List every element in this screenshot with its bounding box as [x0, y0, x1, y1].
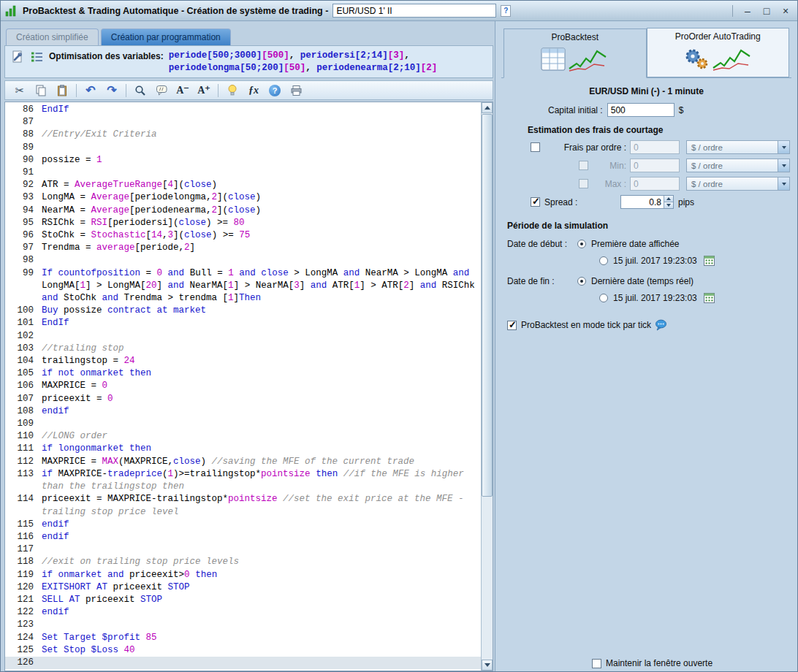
comment-icon[interactable]: [154, 83, 169, 98]
instrument-input[interactable]: [332, 4, 496, 18]
code-line[interactable]: 102: [5, 330, 481, 343]
code-line[interactable]: 100Buy possize contract at market: [5, 305, 481, 317]
code-line[interactable]: 125Set Stop $Loss 40: [5, 644, 481, 657]
increase-font-icon[interactable]: A⁺: [197, 83, 211, 98]
redo-icon[interactable]: ↷: [104, 83, 119, 98]
code-line[interactable]: 108endif: [5, 405, 481, 418]
copy-icon[interactable]: [34, 83, 48, 98]
code-line[interactable]: 90possize = 1: [5, 154, 481, 167]
code-line[interactable]: 112MAXPRICE = MAX(MAXPRICE,close) //savi…: [5, 456, 481, 468]
code-line[interactable]: 103//trailing stop: [5, 343, 481, 355]
dropdown-arrow-icon[interactable]: [778, 159, 789, 172]
wrench-icon[interactable]: [10, 50, 24, 63]
fees-min-checkbox[interactable]: [579, 161, 588, 170]
calendar-icon[interactable]: [704, 292, 715, 303]
fees-min-unit-dropdown[interactable]: $ / ordre: [686, 159, 790, 172]
end-last-date-radio[interactable]: [577, 277, 586, 286]
search-icon[interactable]: [133, 83, 148, 98]
fees-per-order-checkbox[interactable]: [531, 142, 540, 152]
tab-proorder[interactable]: ProOrder AutoTrading: [647, 28, 790, 77]
variables-list-icon[interactable]: [29, 50, 44, 63]
code-line[interactable]: 104trailingstop = 24: [5, 355, 481, 367]
fees-per-order-input[interactable]: [630, 140, 680, 154]
scrollbar-thumb[interactable]: [482, 114, 493, 497]
tab-creation-simplifiee[interactable]: Création simplifiée: [6, 28, 99, 45]
maximize-button[interactable]: □: [759, 4, 774, 18]
code-editor[interactable]: 86EndIf8788//Entry/Exit Criteria8990poss…: [5, 102, 481, 671]
cut-icon[interactable]: ✂: [12, 83, 27, 98]
code-line[interactable]: 86EndIf: [5, 104, 481, 116]
code-line[interactable]: 123: [5, 619, 481, 631]
minimize-button[interactable]: –: [740, 4, 755, 18]
calendar-icon[interactable]: [704, 255, 715, 266]
spread-checkbox[interactable]: [531, 197, 540, 207]
fees-per-order-unit-dropdown[interactable]: $ / ordre: [686, 140, 790, 154]
code-line[interactable]: 120EXITSHORT AT priceexit STOP: [5, 581, 481, 594]
code-line[interactable]: 95RSIChk = RSI[periodersi](close) >= 80: [5, 217, 481, 229]
code-line[interactable]: 124Set Target $profit 85: [5, 632, 481, 644]
code-line[interactable]: 98: [5, 254, 481, 267]
code-line[interactable]: 116endif: [5, 531, 481, 543]
code-line[interactable]: 97Trendma = average[periode,2]: [5, 242, 481, 254]
titlebar[interactable]: ProBacktest & Trading Automatique - Créa…: [1, 1, 797, 21]
start-custom-date-radio[interactable]: [599, 256, 608, 265]
code-line[interactable]: 96StoChk = Stochastic[14,3](close) >= 75: [5, 229, 481, 242]
code-line[interactable]: 119if onmarket and priceexit>0 then: [5, 569, 481, 581]
spread-increment-button[interactable]: [664, 196, 673, 202]
fees-min-input[interactable]: [630, 159, 680, 172]
code-line[interactable]: 87: [5, 116, 481, 129]
optimization-variables[interactable]: periode[500;3000][500], periodersi[2;14]…: [169, 50, 438, 75]
scrollbar-track[interactable]: [482, 113, 493, 660]
editor-scrollbar[interactable]: [481, 102, 493, 671]
help-icon[interactable]: ?: [501, 5, 511, 17]
spread-input[interactable]: [621, 196, 664, 208]
code-line[interactable]: 107priceexit = 0: [5, 393, 481, 405]
code-line[interactable]: 91: [5, 167, 481, 179]
lightbulb-icon[interactable]: [225, 83, 240, 98]
code-line[interactable]: 126: [5, 657, 481, 669]
tick-info-bubble-icon[interactable]: [655, 319, 667, 331]
code-line[interactable]: 117: [5, 543, 481, 556]
code-line[interactable]: 110//LONG order: [5, 430, 481, 443]
code-line[interactable]: 89: [5, 142, 481, 154]
code-line[interactable]: 109: [5, 418, 481, 430]
end-custom-date-radio[interactable]: [599, 294, 608, 302]
scroll-down-button[interactable]: [482, 660, 493, 671]
functions-icon[interactable]: ƒx: [246, 83, 261, 98]
code-line[interactable]: 106MAXPRICE = 0: [5, 380, 481, 392]
code-line[interactable]: 101EndIf: [5, 317, 481, 329]
paste-icon[interactable]: [55, 83, 69, 98]
print-icon[interactable]: [289, 83, 303, 98]
code-line[interactable]: 111if longonmarket then: [5, 443, 481, 455]
code-line[interactable]: 122endif: [5, 606, 481, 619]
fees-max-checkbox[interactable]: [579, 179, 588, 188]
close-button[interactable]: ×: [778, 4, 793, 18]
code-line[interactable]: 105if not onmarket then: [5, 367, 481, 380]
start-first-date-radio[interactable]: [577, 240, 586, 248]
code-line[interactable]: 94NearMA = Average[periodenearma,2](clos…: [5, 205, 481, 217]
fees-max-input[interactable]: [630, 177, 680, 191]
code-line[interactable]: 88//Entry/Exit Criteria: [5, 129, 481, 141]
code-line[interactable]: 114priceexit = MAXPRICE-trailingstop*poi…: [5, 493, 481, 518]
tick-mode-checkbox[interactable]: [507, 321, 517, 330]
undo-icon[interactable]: ↶: [83, 83, 98, 98]
fees-max-unit-dropdown[interactable]: $ / ordre: [686, 177, 790, 191]
code-line[interactable]: 121SELL AT priceexit STOP: [5, 594, 481, 606]
code-line[interactable]: 99If countofposition = 0 and Bull = 1 an…: [5, 267, 481, 305]
decrease-font-icon[interactable]: A⁻: [175, 83, 190, 98]
dropdown-arrow-icon[interactable]: [778, 177, 789, 190]
code-line[interactable]: 115endif: [5, 519, 481, 531]
capital-input[interactable]: [607, 103, 674, 117]
toolbar-help-icon[interactable]: ?: [267, 83, 282, 98]
code-line[interactable]: 118//exit on trailing stop price levels: [5, 556, 481, 568]
dropdown-arrow-icon[interactable]: [778, 141, 789, 153]
tab-probacktest[interactable]: ProBacktest: [503, 28, 647, 78]
code-line[interactable]: 92ATR = AverageTrueRange[4](close): [5, 179, 481, 191]
keep-window-open-checkbox[interactable]: [592, 659, 601, 668]
scroll-up-button[interactable]: [482, 102, 493, 113]
tab-creation-programmation[interactable]: Création par programmation: [101, 28, 231, 45]
spread-decrement-button[interactable]: [664, 202, 673, 208]
code-line[interactable]: 113if MAXPRICE-tradeprice(1)>=trailingst…: [5, 468, 481, 493]
code-text: RSIChk = RSI[periodersi](close) >= 80: [42, 217, 481, 229]
code-line[interactable]: 93LongMA = Average[periodelongma,2](clos…: [5, 191, 481, 204]
